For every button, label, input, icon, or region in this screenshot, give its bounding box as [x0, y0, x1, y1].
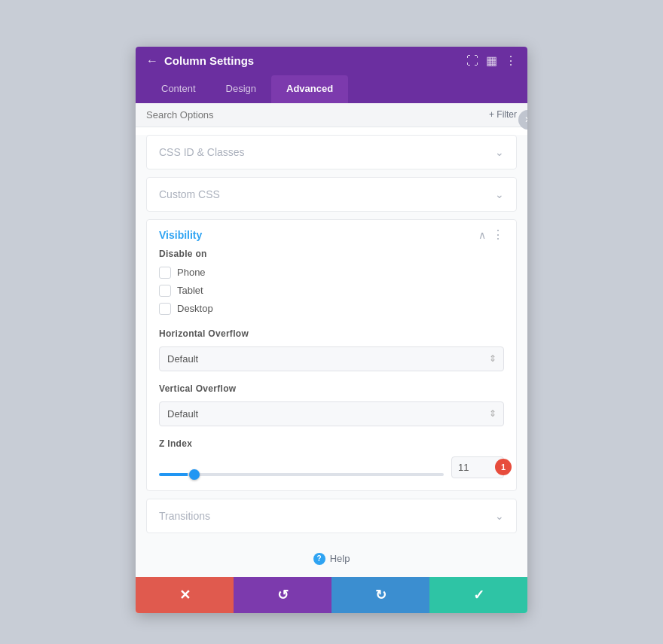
horizontal-overflow-label: Horizontal Overflow	[159, 328, 504, 339]
disable-on-group: Phone Tablet Desktop	[159, 267, 504, 315]
chevron-down-icon-3: ⌄	[495, 510, 504, 522]
section-customcss-header[interactable]: Custom CSS ⌄	[147, 178, 516, 211]
checkbox-phone-item: Phone	[159, 267, 504, 279]
filter-button[interactable]: + Filter	[489, 109, 517, 120]
checkbox-phone[interactable]	[159, 267, 171, 279]
section-customcss-title: Custom CSS	[159, 188, 220, 200]
z-index-slider-track	[159, 465, 444, 469]
redo-button[interactable]: ↻	[332, 577, 429, 613]
section-custom-css: Custom CSS ⌄	[146, 177, 517, 212]
checkbox-tablet-item: Tablet	[159, 285, 504, 297]
section-css-id-classes: CSS ID & Classes ⌄	[146, 135, 517, 169]
save-button[interactable]: ✓	[429, 577, 527, 613]
visibility-header: Visibility ∧ ⋮	[147, 220, 516, 246]
tab-design[interactable]: Design	[211, 75, 271, 103]
search-bar: + Filter	[136, 103, 527, 127]
z-index-reset-badge[interactable]: 1	[495, 459, 512, 475]
checkbox-tablet[interactable]	[159, 285, 171, 297]
z-index-input-wrap: 1	[451, 456, 504, 478]
tab-advanced[interactable]: Advanced	[271, 75, 348, 103]
chevron-down-icon: ⌄	[495, 146, 504, 158]
help-label: Help	[330, 553, 350, 564]
section-transitions-title: Transitions	[159, 510, 210, 522]
vertical-overflow-select[interactable]: Default	[159, 401, 504, 426]
vertical-overflow-group: Vertical Overflow Default ⇕	[159, 383, 504, 426]
reset-button[interactable]: ↺	[234, 577, 332, 613]
fullscreen-icon[interactable]: ⛶	[466, 55, 478, 67]
panel-title: Column Settings	[164, 54, 254, 67]
section-css-title: CSS ID & Classes	[159, 146, 245, 158]
vertical-overflow-label: Vertical Overflow	[159, 383, 504, 394]
checkbox-tablet-label: Tablet	[177, 285, 203, 296]
z-index-group: Z Index 1	[159, 438, 504, 478]
disable-on-label: Disable on	[159, 249, 504, 259]
horizontal-overflow-group: Horizontal Overflow Default ⇕	[159, 328, 504, 371]
search-input[interactable]	[146, 109, 297, 121]
chevron-down-icon-2: ⌄	[495, 188, 504, 200]
checkbox-phone-label: Phone	[177, 267, 206, 278]
z-index-label: Z Index	[159, 438, 504, 449]
visibility-header-actions: ∧ ⋮	[478, 229, 504, 241]
checkbox-desktop-item: Desktop	[159, 303, 504, 315]
panel-header: ← Column Settings ⛶ ▦ ⋮	[136, 47, 527, 75]
header-actions: ⛶ ▦ ⋮	[466, 55, 517, 67]
visibility-title: Visibility	[159, 229, 202, 241]
vertical-overflow-select-wrap: Default ⇕	[159, 401, 504, 426]
section-transitions-header[interactable]: Transitions ⌄	[147, 499, 516, 533]
checkbox-desktop[interactable]	[159, 303, 171, 315]
back-arrow-icon[interactable]: ←	[146, 54, 158, 68]
z-index-slider-row: 1	[159, 456, 504, 478]
bottom-bar: ✕ ↺ ↻ ✓	[136, 577, 527, 613]
more-options-icon[interactable]: ⋮	[505, 55, 517, 67]
horizontal-overflow-select[interactable]: Default	[159, 346, 504, 371]
checkbox-desktop-label: Desktop	[177, 303, 213, 314]
visibility-more-icon[interactable]: ⋮	[492, 229, 504, 241]
help-section[interactable]: ? Help	[136, 541, 527, 577]
horizontal-overflow-select-wrap: Default ⇕	[159, 346, 504, 371]
section-css-header[interactable]: CSS ID & Classes ⌄	[147, 136, 516, 169]
tab-content[interactable]: Content	[146, 75, 211, 103]
section-visibility: Visibility ∧ ⋮ Disable on Phone Tablet	[146, 219, 517, 491]
settings-content: CSS ID & Classes ⌄ Custom CSS ⌄ Visibili…	[136, 135, 527, 577]
grid-icon[interactable]: ▦	[486, 55, 497, 67]
tab-bar: Content Design Advanced	[136, 75, 527, 103]
section-transitions: Transitions ⌄	[146, 499, 517, 533]
help-icon: ?	[313, 553, 325, 565]
z-index-slider[interactable]	[159, 473, 444, 476]
chevron-up-icon[interactable]: ∧	[478, 229, 486, 241]
visibility-content: Disable on Phone Tablet Desktop	[147, 246, 516, 490]
cancel-button[interactable]: ✕	[136, 577, 234, 613]
